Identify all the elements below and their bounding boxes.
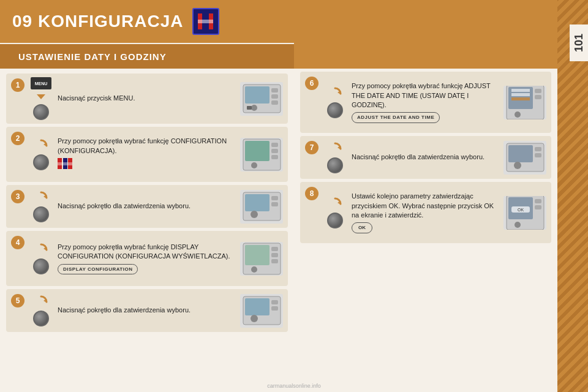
svg-text:OK: OK: [517, 208, 523, 212]
adjust-date-badge: ADJUST THE DATE AND TIME: [352, 112, 440, 123]
knob-icon-4: [33, 258, 49, 274]
device-svg-2: [242, 138, 282, 172]
step-4-device: [240, 242, 283, 276]
right-panel: 6 Przy pomocy pokrętła wybrać funkcję AD…: [294, 0, 557, 392]
svg-point-10: [251, 105, 257, 111]
svg-rect-46: [511, 93, 530, 96]
step-num-1: 1: [11, 78, 24, 92]
svg-rect-55: [535, 153, 541, 157]
step-4-icons: [29, 243, 53, 274]
knob-icon-6: [327, 102, 343, 118]
arrow-down-icon: [35, 91, 47, 103]
right-header-spacer: [294, 0, 557, 69]
rotate-arrow-icon-5: [34, 295, 48, 309]
step-6-text: Przy pomocy pokrętła wybrać funkcję ADJU…: [352, 81, 499, 123]
step-5-text: Nacisnąć pokrętło dla zatwierdzenia wybo…: [58, 306, 235, 315]
svg-rect-26: [271, 196, 278, 200]
left-panel: 09 KONFIGURACJA USTAWIENIE DATY I GODZIN…: [0, 0, 294, 392]
step-3-icons: [29, 190, 53, 222]
step-1-text: Nacisnąć przycisk MENU.: [58, 94, 235, 103]
step-8-icons: [323, 197, 347, 228]
svg-point-56: [514, 162, 521, 169]
sub-header-title: USTAWIENIE DATY I GODZINY: [18, 51, 167, 62]
svg-rect-20: [271, 149, 278, 153]
step-num-4: 4: [11, 236, 24, 249]
svg-rect-31: [245, 245, 270, 265]
step-2-text: Przy pomocy pokrętła wybrać funkcję CONF…: [58, 137, 235, 172]
step-2: 2 Przy pomocy pokrętła wybrać funkcję CO…: [6, 127, 288, 182]
step-1-icons: MENU: [29, 77, 53, 120]
svg-rect-18: [245, 141, 270, 161]
step-num-7: 7: [305, 141, 318, 154]
svg-rect-32: [271, 247, 278, 251]
step-5-icons: [29, 295, 53, 326]
knob-icon-5: [33, 311, 49, 326]
step-3: 3 Nacisnąć pokrętło dla zatwierdzenia wy…: [6, 185, 288, 228]
device-svg-5: [242, 295, 282, 326]
svg-rect-25: [245, 194, 270, 211]
knob-icon-1: [33, 104, 49, 120]
device-svg-6: [505, 86, 545, 119]
step-7-device: [503, 141, 546, 175]
rotate-arrow-icon-2: [34, 138, 48, 153]
svg-point-22: [251, 162, 257, 168]
right-steps: 6 Przy pomocy pokrętła wybrać funkcję AD…: [294, 69, 557, 246]
step-8: 8 Ustawić kolejno parametry zatwierdzają…: [300, 182, 551, 243]
device-svg-8: OK: [505, 196, 545, 230]
step-6: 6 Przy pomocy pokrętła wybrać funkcję AD…: [300, 72, 551, 133]
device-svg-7: [505, 142, 545, 173]
step-4: 4 Przy pomocy pokrętła wybrać funkcję DI…: [6, 231, 288, 286]
svg-marker-4: [37, 94, 45, 99]
svg-rect-48: [535, 89, 541, 93]
step-7-icons: [323, 141, 347, 173]
device-svg-1: [242, 83, 282, 114]
svg-point-64: [514, 222, 521, 228]
svg-rect-39: [271, 300, 278, 304]
svg-rect-16: [58, 162, 72, 165]
step-7: 7 Nacisnąć pokrętło dla zatwierdzenia wy…: [300, 136, 551, 179]
svg-point-50: [514, 111, 521, 118]
svg-rect-21: [271, 155, 278, 159]
steps-left: 1 MENU Nacisnąć przycisk MENU.: [0, 69, 294, 337]
svg-rect-62: [535, 199, 541, 203]
step-8-device: OK: [503, 196, 546, 230]
step-3-device: [240, 190, 283, 224]
knob-icon-8: [327, 213, 343, 228]
svg-rect-53: [508, 145, 533, 162]
rotate-arrow-icon-4: [34, 243, 48, 257]
device-svg-4: [242, 242, 282, 276]
step-6-icons: [323, 86, 347, 118]
svg-rect-7: [271, 88, 278, 92]
svg-rect-49: [535, 95, 541, 99]
svg-rect-47: [511, 97, 530, 100]
step-1-device: [240, 82, 283, 116]
config-inline-icon: [58, 158, 72, 169]
step-num-3: 3: [11, 190, 24, 203]
ok-badge: OK: [352, 222, 372, 233]
svg-rect-3: [198, 20, 213, 23]
svg-rect-54: [535, 147, 541, 151]
svg-rect-45: [511, 89, 530, 92]
svg-rect-63: [535, 205, 541, 209]
knob-icon-3: [33, 206, 49, 222]
watermark: carmanualsonline.info: [267, 383, 321, 389]
svg-rect-6: [245, 86, 270, 104]
device-svg-3: [242, 191, 282, 222]
svg-point-35: [251, 266, 257, 273]
menu-button-icon: MENU: [31, 77, 51, 89]
rotate-arrow-icon-3: [34, 190, 48, 205]
svg-point-28: [251, 211, 258, 218]
knob-icon-7: [327, 157, 343, 173]
step-7-text: Nacisnąć pokrętło dla zatwierdzenia wybo…: [352, 153, 499, 162]
step-6-device: [503, 86, 546, 119]
step-5: 5 Nacisnąć pokrętło dla zatwierdzenia wy…: [6, 289, 288, 332]
page-title: 09 KONFIGURACJA: [12, 12, 183, 31]
step-1: 1 MENU Nacisnąć przycisk MENU.: [6, 74, 288, 124]
svg-rect-11: [247, 106, 252, 110]
step-num-8: 8: [305, 187, 318, 200]
step-num-2: 2: [11, 132, 24, 145]
rotate-arrow-icon-7: [328, 141, 342, 156]
rotate-arrow-icon-8: [328, 197, 342, 211]
page-number: 101: [570, 24, 588, 61]
step-num-6: 6: [305, 77, 318, 90]
